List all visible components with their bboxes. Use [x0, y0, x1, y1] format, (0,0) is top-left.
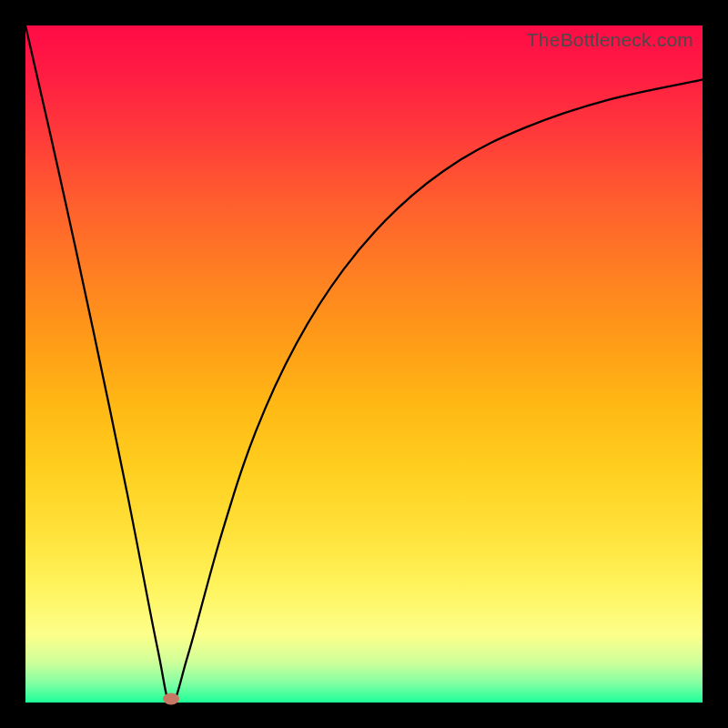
minimum-marker-icon [163, 693, 179, 705]
chart-plot-area: TheBottleneck.com [25, 25, 703, 703]
bottleneck-curve [25, 25, 703, 703]
